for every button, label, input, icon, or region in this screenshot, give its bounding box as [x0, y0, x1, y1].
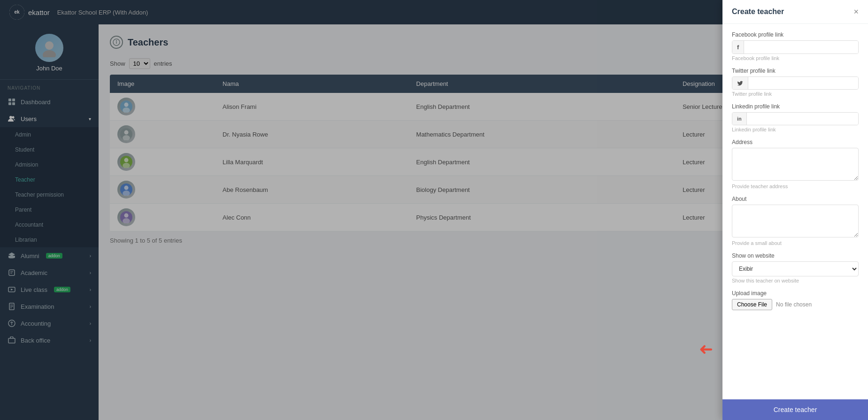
upload-row: Choose File No file chosen [732, 299, 859, 310]
show-on-website-hint: Show this teacher on website [732, 278, 859, 283]
address-label: Address [732, 139, 859, 145]
about-label: About [732, 196, 859, 202]
linkedin-group: Linkedin profile link in Linkedin profil… [732, 103, 859, 132]
facebook-hint: Facebook profile link [732, 55, 859, 61]
address-textarea[interactable] [732, 148, 859, 181]
side-panel-title: Create teacher [732, 8, 784, 16]
side-panel-header: Create teacher × [722, 0, 868, 24]
show-on-website-label: Show on website [732, 252, 859, 259]
facebook-input-wrapper: f [732, 40, 859, 54]
twitter-icon [732, 77, 748, 89]
side-panel-body: Facebook profile link f Facebook profile… [722, 24, 868, 399]
linkedin-hint: Linkedin profile link [732, 127, 859, 132]
facebook-group: Facebook profile link f Facebook profile… [732, 31, 859, 61]
show-on-website-group: Show on website Exibir Ocultar Show this… [732, 252, 859, 283]
create-teacher-button[interactable]: Create teacher [722, 399, 868, 420]
linkedin-input[interactable] [747, 113, 858, 125]
twitter-input-wrapper [732, 76, 859, 90]
linkedin-icon: in [732, 113, 747, 125]
facebook-icon: f [732, 41, 744, 53]
choose-file-button[interactable]: Choose File [732, 299, 772, 310]
upload-image-group: Upload image Choose File No file chosen [732, 290, 859, 310]
linkedin-input-wrapper: in [732, 112, 859, 125]
close-button[interactable]: × [853, 8, 859, 16]
facebook-input[interactable] [744, 41, 858, 53]
twitter-label: Twitter profile link [732, 68, 859, 74]
no-file-text: No file chosen [776, 301, 812, 308]
twitter-group: Twitter profile link Twitter profile lin… [732, 68, 859, 97]
about-textarea[interactable] [732, 205, 859, 237]
linkedin-label: Linkedin profile link [732, 103, 859, 110]
address-group: Address Provide teacher address [732, 139, 859, 189]
twitter-input[interactable] [748, 77, 858, 89]
side-panel: Create teacher × Facebook profile link f… [722, 0, 868, 420]
about-hint: Provide a small about [732, 240, 859, 246]
upload-image-label: Upload image [732, 290, 859, 297]
about-group: About Provide a small about [732, 196, 859, 246]
arrow-indicator: ➜ [699, 339, 713, 359]
show-on-website-select[interactable]: Exibir Ocultar [732, 261, 859, 276]
twitter-hint: Twitter profile link [732, 91, 859, 97]
address-hint: Provide teacher address [732, 183, 859, 189]
facebook-label: Facebook profile link [732, 31, 859, 38]
